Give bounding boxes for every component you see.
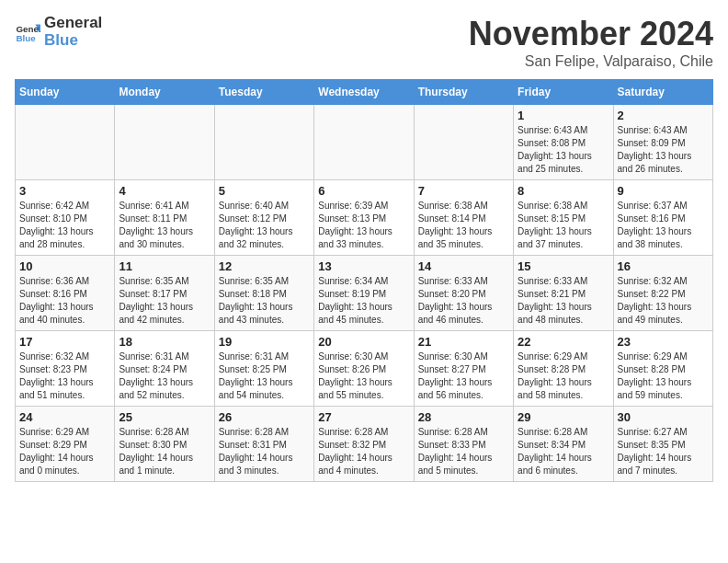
day-number: 30 (618, 410, 709, 424)
week-row-5: 24Sunrise: 6:29 AM Sunset: 8:29 PM Dayli… (16, 407, 713, 482)
day-info: Sunrise: 6:42 AM Sunset: 8:10 PM Dayligh… (19, 200, 110, 251)
day-number: 10 (19, 259, 110, 273)
day-number: 12 (219, 259, 310, 273)
calendar-cell: 4Sunrise: 6:41 AM Sunset: 8:11 PM Daylig… (115, 180, 214, 256)
col-header-thursday: Thursday (414, 80, 513, 105)
day-info: Sunrise: 6:33 AM Sunset: 8:20 PM Dayligh… (418, 275, 509, 327)
calendar-cell: 3Sunrise: 6:42 AM Sunset: 8:10 PM Daylig… (16, 180, 115, 256)
month-title: November 2024 (469, 15, 713, 53)
calendar-cell (214, 105, 313, 180)
day-number: 9 (618, 184, 709, 198)
logo-general: General (44, 15, 102, 32)
svg-text:Blue: Blue (16, 32, 36, 42)
day-number: 2 (618, 109, 709, 122)
calendar-cell: 16Sunrise: 6:32 AM Sunset: 8:22 PM Dayli… (613, 256, 712, 331)
day-info: Sunrise: 6:43 AM Sunset: 8:09 PM Dayligh… (618, 124, 709, 176)
day-info: Sunrise: 6:31 AM Sunset: 8:25 PM Dayligh… (219, 350, 310, 402)
day-number: 1 (518, 109, 609, 122)
day-number: 25 (119, 410, 210, 424)
calendar-cell (414, 105, 513, 180)
logo: General Blue General Blue (15, 15, 102, 49)
day-info: Sunrise: 6:38 AM Sunset: 8:14 PM Dayligh… (418, 200, 509, 251)
day-number: 19 (219, 335, 310, 349)
header: General Blue General Blue November 2024 … (15, 15, 713, 70)
logo-blue: Blue (44, 32, 102, 50)
calendar-cell: 14Sunrise: 6:33 AM Sunset: 8:20 PM Dayli… (414, 256, 513, 331)
calendar-cell: 12Sunrise: 6:35 AM Sunset: 8:18 PM Dayli… (214, 256, 313, 331)
week-row-2: 3Sunrise: 6:42 AM Sunset: 8:10 PM Daylig… (16, 180, 713, 256)
calendar-cell: 24Sunrise: 6:29 AM Sunset: 8:29 PM Dayli… (16, 407, 115, 482)
day-info: Sunrise: 6:35 AM Sunset: 8:17 PM Dayligh… (119, 275, 210, 327)
day-number: 8 (518, 184, 609, 198)
calendar-cell: 7Sunrise: 6:38 AM Sunset: 8:14 PM Daylig… (414, 180, 513, 256)
day-info: Sunrise: 6:35 AM Sunset: 8:18 PM Dayligh… (219, 275, 310, 327)
day-info: Sunrise: 6:28 AM Sunset: 8:32 PM Dayligh… (318, 426, 409, 477)
day-number: 13 (318, 259, 409, 273)
day-info: Sunrise: 6:41 AM Sunset: 8:11 PM Dayligh… (119, 200, 210, 251)
calendar-cell: 23Sunrise: 6:29 AM Sunset: 8:28 PM Dayli… (613, 331, 712, 407)
header-row: SundayMondayTuesdayWednesdayThursdayFrid… (16, 80, 713, 105)
day-number: 24 (19, 410, 110, 424)
day-info: Sunrise: 6:33 AM Sunset: 8:21 PM Dayligh… (518, 275, 609, 327)
day-info: Sunrise: 6:36 AM Sunset: 8:16 PM Dayligh… (19, 275, 110, 327)
day-info: Sunrise: 6:31 AM Sunset: 8:24 PM Dayligh… (119, 350, 210, 402)
calendar-cell: 2Sunrise: 6:43 AM Sunset: 8:09 PM Daylig… (613, 105, 712, 180)
logo-icon: General Blue (15, 19, 40, 45)
calendar-cell: 25Sunrise: 6:28 AM Sunset: 8:30 PM Dayli… (115, 407, 214, 482)
calendar-cell: 30Sunrise: 6:27 AM Sunset: 8:35 PM Dayli… (613, 407, 712, 482)
calendar-cell: 22Sunrise: 6:29 AM Sunset: 8:28 PM Dayli… (514, 331, 613, 407)
calendar-cell: 15Sunrise: 6:33 AM Sunset: 8:21 PM Dayli… (514, 256, 613, 331)
day-number: 28 (418, 410, 509, 424)
day-info: Sunrise: 6:29 AM Sunset: 8:29 PM Dayligh… (19, 426, 110, 477)
day-number: 21 (418, 335, 509, 349)
day-info: Sunrise: 6:28 AM Sunset: 8:34 PM Dayligh… (518, 426, 609, 477)
location-title: San Felipe, Valparaiso, Chile (469, 53, 713, 70)
day-number: 3 (19, 184, 110, 198)
day-info: Sunrise: 6:38 AM Sunset: 8:15 PM Dayligh… (518, 200, 609, 251)
col-header-sunday: Sunday (16, 80, 115, 105)
day-info: Sunrise: 6:34 AM Sunset: 8:19 PM Dayligh… (318, 275, 409, 327)
day-info: Sunrise: 6:27 AM Sunset: 8:35 PM Dayligh… (618, 426, 709, 477)
day-info: Sunrise: 6:28 AM Sunset: 8:33 PM Dayligh… (418, 426, 509, 477)
col-header-saturday: Saturday (613, 80, 712, 105)
day-number: 16 (618, 259, 709, 273)
calendar-cell (16, 105, 115, 180)
week-row-1: 1Sunrise: 6:43 AM Sunset: 8:08 PM Daylig… (16, 105, 713, 180)
day-info: Sunrise: 6:39 AM Sunset: 8:13 PM Dayligh… (318, 200, 409, 251)
day-number: 27 (318, 410, 409, 424)
day-info: Sunrise: 6:32 AM Sunset: 8:22 PM Dayligh… (618, 275, 709, 327)
day-info: Sunrise: 6:32 AM Sunset: 8:23 PM Dayligh… (19, 350, 110, 402)
day-info: Sunrise: 6:28 AM Sunset: 8:30 PM Dayligh… (119, 426, 210, 477)
calendar-cell: 8Sunrise: 6:38 AM Sunset: 8:15 PM Daylig… (514, 180, 613, 256)
calendar-cell: 21Sunrise: 6:30 AM Sunset: 8:27 PM Dayli… (414, 331, 513, 407)
day-number: 15 (518, 259, 609, 273)
day-info: Sunrise: 6:30 AM Sunset: 8:26 PM Dayligh… (318, 350, 409, 402)
day-number: 11 (119, 259, 210, 273)
calendar-cell: 5Sunrise: 6:40 AM Sunset: 8:12 PM Daylig… (214, 180, 313, 256)
day-info: Sunrise: 6:37 AM Sunset: 8:16 PM Dayligh… (618, 200, 709, 251)
day-number: 20 (318, 335, 409, 349)
calendar-cell (115, 105, 214, 180)
calendar-cell: 28Sunrise: 6:28 AM Sunset: 8:33 PM Dayli… (414, 407, 513, 482)
calendar-cell: 19Sunrise: 6:31 AM Sunset: 8:25 PM Dayli… (214, 331, 313, 407)
day-number: 18 (119, 335, 210, 349)
calendar-cell: 29Sunrise: 6:28 AM Sunset: 8:34 PM Dayli… (514, 407, 613, 482)
calendar-cell (314, 105, 414, 180)
day-number: 26 (219, 410, 310, 424)
calendar-cell: 18Sunrise: 6:31 AM Sunset: 8:24 PM Dayli… (115, 331, 214, 407)
day-number: 29 (518, 410, 609, 424)
calendar-cell: 17Sunrise: 6:32 AM Sunset: 8:23 PM Dayli… (16, 331, 115, 407)
day-number: 17 (19, 335, 110, 349)
week-row-4: 17Sunrise: 6:32 AM Sunset: 8:23 PM Dayli… (16, 331, 713, 407)
title-area: November 2024 San Felipe, Valparaiso, Ch… (469, 15, 713, 70)
day-info: Sunrise: 6:29 AM Sunset: 8:28 PM Dayligh… (618, 350, 709, 402)
calendar-cell: 9Sunrise: 6:37 AM Sunset: 8:16 PM Daylig… (613, 180, 712, 256)
calendar-cell: 13Sunrise: 6:34 AM Sunset: 8:19 PM Dayli… (314, 256, 414, 331)
day-number: 23 (618, 335, 709, 349)
calendar-cell: 6Sunrise: 6:39 AM Sunset: 8:13 PM Daylig… (314, 180, 414, 256)
col-header-wednesday: Wednesday (314, 80, 414, 105)
day-number: 22 (518, 335, 609, 349)
day-info: Sunrise: 6:28 AM Sunset: 8:31 PM Dayligh… (219, 426, 310, 477)
calendar-cell: 11Sunrise: 6:35 AM Sunset: 8:17 PM Dayli… (115, 256, 214, 331)
day-info: Sunrise: 6:43 AM Sunset: 8:08 PM Dayligh… (518, 124, 609, 176)
